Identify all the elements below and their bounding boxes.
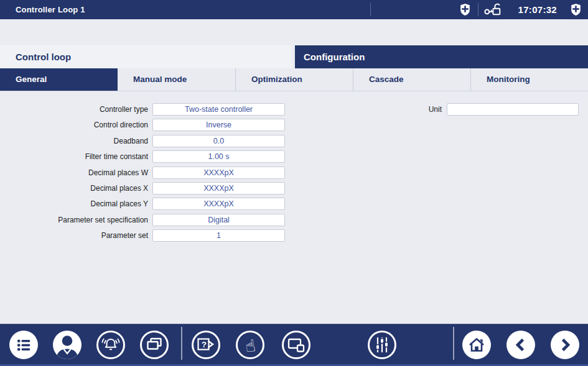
subtab-monitoring[interactable]: Monitoring bbox=[470, 68, 588, 91]
subtab-manual-mode[interactable]: Manual mode bbox=[118, 68, 235, 91]
form-row: Parameter set 1 bbox=[0, 229, 588, 242]
titlebar-divider bbox=[370, 3, 371, 16]
parameter-set-field[interactable]: 1 bbox=[152, 229, 285, 242]
subtab-optimization[interactable]: Optimization bbox=[235, 68, 353, 91]
form-row: Parameter set specification Digital bbox=[0, 214, 588, 226]
main-tab-bar: Control loop Configuration bbox=[0, 45, 588, 68]
window-overlay-icon bbox=[286, 336, 306, 354]
field-label: Unit bbox=[398, 105, 442, 114]
tab-control-loop[interactable]: Control loop bbox=[0, 45, 292, 68]
touch-operate-button[interactable]: ☝ bbox=[236, 331, 264, 359]
parameter-sliders-button[interactable] bbox=[368, 331, 396, 359]
back-button[interactable] bbox=[506, 331, 535, 359]
form-row: Decimal places Y XXXXpX bbox=[0, 198, 588, 210]
login-logout-button[interactable] bbox=[482, 0, 503, 19]
field-label: Filter time constant bbox=[0, 152, 148, 161]
shield-status-button[interactable] bbox=[458, 0, 472, 19]
sliders-icon bbox=[372, 334, 392, 355]
decimal-places-y-field[interactable]: XXXXpX bbox=[152, 198, 285, 210]
field-label: Decimal places Y bbox=[0, 199, 148, 208]
clock: 17:07:32 bbox=[503, 0, 557, 19]
shield-plus-icon bbox=[460, 3, 470, 16]
forward-button[interactable] bbox=[551, 331, 579, 359]
controller-type-field[interactable]: Two-state controller bbox=[152, 103, 285, 116]
deadband-field[interactable]: 0.0 bbox=[152, 135, 285, 147]
decimal-places-x-field[interactable]: XXXXpX bbox=[152, 182, 285, 194]
pointing-hand-icon: ☝ bbox=[244, 336, 256, 354]
home-button[interactable] bbox=[462, 331, 491, 359]
user-button[interactable] bbox=[53, 331, 82, 359]
field-label: Control direction bbox=[0, 121, 148, 129]
shield-status-button-right[interactable] bbox=[569, 0, 582, 19]
home-icon bbox=[467, 336, 486, 354]
parameter-set-specification-field[interactable]: Digital bbox=[152, 214, 285, 226]
help-window-icon: ? bbox=[196, 336, 216, 354]
subtab-cascade[interactable]: Cascade bbox=[353, 68, 470, 91]
form-row: Decimal places X XXXXpX bbox=[0, 182, 588, 194]
field-label: Parameter set bbox=[0, 231, 148, 240]
window-overlay-button[interactable] bbox=[282, 331, 310, 359]
field-label: Parameter set specification bbox=[0, 216, 148, 224]
form-row: Control direction Inverse bbox=[0, 119, 588, 131]
form-panel: Controller type Two-state controller Con… bbox=[0, 91, 588, 324]
form-row-unit: Unit bbox=[398, 103, 579, 116]
overlapping-windows-icon bbox=[145, 336, 164, 354]
toolbar-divider bbox=[181, 327, 182, 360]
user-icon bbox=[53, 331, 82, 359]
field-label: Deadband bbox=[0, 137, 148, 145]
key-unlock-icon bbox=[483, 2, 503, 17]
decimal-places-w-field[interactable]: XXXXpX bbox=[152, 167, 285, 179]
titlebar-divider bbox=[478, 3, 478, 16]
svg-text:?: ? bbox=[202, 340, 207, 349]
unit-field[interactable] bbox=[447, 103, 579, 116]
screens-button[interactable] bbox=[140, 331, 169, 359]
bottom-toolbar: ? ☝ bbox=[0, 324, 588, 366]
shield-plus-icon bbox=[571, 3, 581, 16]
form-row: Deadband 0.0 bbox=[0, 135, 588, 147]
chevron-right-icon bbox=[556, 336, 574, 354]
form-row: Decimal places W XXXXpX bbox=[0, 167, 588, 179]
help-button[interactable]: ? bbox=[192, 331, 220, 359]
alarm-bell-button[interactable] bbox=[96, 331, 125, 359]
tab-configuration[interactable]: Configuration bbox=[295, 45, 588, 68]
chevron-left-icon bbox=[511, 336, 530, 354]
form-row: Filter time constant 1.00 s bbox=[0, 150, 588, 163]
toolbar-divider bbox=[453, 327, 454, 360]
field-label: Decimal places X bbox=[0, 184, 148, 193]
field-label: Controller type bbox=[0, 105, 148, 114]
title-bar: Controller Loop 1 17:07:32 bbox=[0, 0, 588, 19]
bell-icon bbox=[100, 334, 121, 355]
control-direction-field[interactable]: Inverse bbox=[152, 119, 285, 131]
page-title: Controller Loop 1 bbox=[16, 0, 85, 19]
sub-tab-bar: General Manual mode Optimization Cascade… bbox=[0, 68, 588, 91]
filter-time-constant-field[interactable]: 1.00 s bbox=[152, 150, 285, 163]
alarm-list-button[interactable] bbox=[9, 331, 38, 359]
subtab-general[interactable]: General bbox=[0, 68, 118, 91]
field-label: Decimal places W bbox=[0, 168, 148, 177]
bullet-list-icon bbox=[16, 337, 32, 354]
